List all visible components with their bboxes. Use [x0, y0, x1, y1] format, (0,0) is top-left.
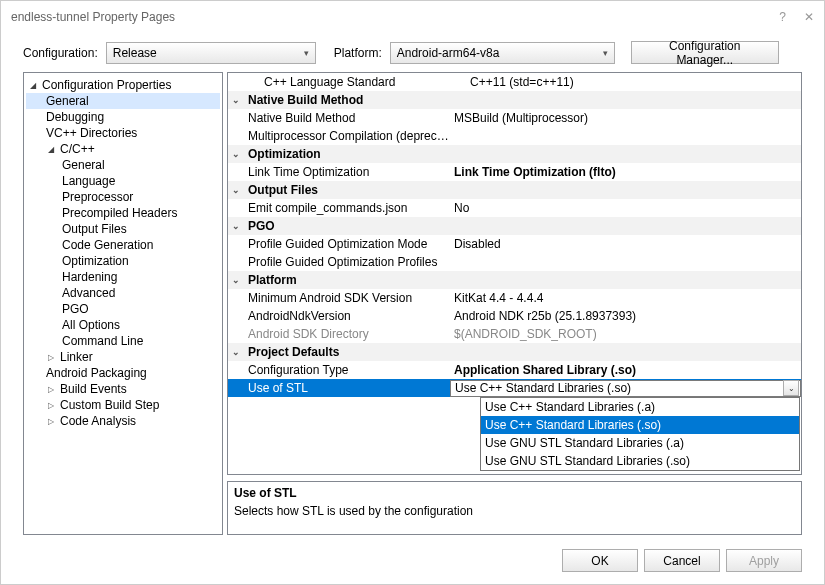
platform-value: Android-arm64-v8a — [397, 46, 500, 60]
tree-general[interactable]: General — [26, 93, 220, 109]
grid-row[interactable]: Emit compile_commands.jsonNo — [228, 199, 801, 217]
grid-row[interactable]: Profile Guided Optimization Profiles — [228, 253, 801, 271]
tree-panel[interactable]: Configuration Properties General Debuggi… — [23, 72, 223, 535]
titlebar-controls: ? ✕ — [779, 10, 814, 24]
grid-row[interactable]: AndroidNdkVersionAndroid NDK r25b (25.1.… — [228, 307, 801, 325]
tree-vcdirs[interactable]: VC++ Directories — [26, 125, 220, 141]
tree-ccpp-preprocessor[interactable]: Preprocessor — [26, 189, 220, 205]
grid-row-use-of-stl[interactable]: Use of STL Use C++ Standard Libraries (.… — [228, 379, 801, 397]
dropdown-item[interactable]: Use GNU STL Standard Libraries (.so) — [481, 452, 799, 470]
grid-row[interactable]: Link Time OptimizationLink Time Optimiza… — [228, 163, 801, 181]
tree-ccpp-advanced[interactable]: Advanced — [26, 285, 220, 301]
grid-group[interactable]: ⌄Optimization — [228, 145, 801, 163]
expand-icon[interactable] — [44, 417, 58, 426]
collapse-icon[interactable]: ⌄ — [228, 275, 244, 285]
cancel-button[interactable]: Cancel — [644, 549, 720, 572]
platform-select[interactable]: Android-arm64-v8a ▾ — [390, 42, 615, 64]
grid-row[interactable]: Profile Guided Optimization ModeDisabled — [228, 235, 801, 253]
toolbar: Configuration: Release ▾ Platform: Andro… — [1, 33, 824, 72]
dropdown-item[interactable]: Use C++ Standard Libraries (.so) — [481, 416, 799, 434]
grid-group[interactable]: ⌄Output Files — [228, 181, 801, 199]
collapse-icon[interactable]: ⌄ — [228, 185, 244, 195]
tree-ccpp-cmdline[interactable]: Command Line — [26, 333, 220, 349]
dropdown-item[interactable]: Use C++ Standard Libraries (.a) — [481, 398, 799, 416]
collapse-icon[interactable]: ⌄ — [228, 221, 244, 231]
dialog-buttons: OK Cancel Apply — [1, 543, 824, 584]
description-text: Selects how STL is used by the configura… — [234, 504, 795, 518]
collapse-icon[interactable]: ⌄ — [228, 149, 244, 159]
grid-group[interactable]: ⌄Native Build Method — [228, 91, 801, 109]
help-icon[interactable]: ? — [779, 10, 786, 24]
grid-row[interactable]: Minimum Android SDK VersionKitKat 4.4 - … — [228, 289, 801, 307]
collapse-icon[interactable]: ⌄ — [228, 347, 244, 357]
stl-dropdown[interactable]: Use C++ Standard Libraries (.a) Use C++ … — [480, 397, 800, 471]
tree-android-packaging[interactable]: Android Packaging — [26, 365, 220, 381]
expand-icon[interactable] — [44, 401, 58, 410]
apply-button[interactable]: Apply — [726, 549, 802, 572]
tree-ccpp-hardening[interactable]: Hardening — [26, 269, 220, 285]
chevron-down-icon: ▾ — [603, 48, 608, 58]
tree-ccpp-output[interactable]: Output Files — [26, 221, 220, 237]
grid-row[interactable]: C++ Language StandardC++11 (std=c++11) — [228, 73, 801, 91]
grid-row[interactable]: Android SDK Directory$(ANDROID_SDK_ROOT) — [228, 325, 801, 343]
right-panel: C++ Language StandardC++11 (std=c++11) ⌄… — [227, 72, 802, 535]
tree-debugging[interactable]: Debugging — [26, 109, 220, 125]
description-panel: Use of STL Selects how STL is used by th… — [227, 481, 802, 535]
tree-build-events[interactable]: Build Events — [26, 381, 220, 397]
grid-row[interactable]: Native Build MethodMSBuild (Multiprocess… — [228, 109, 801, 127]
dropdown-button[interactable]: ⌄ — [783, 380, 799, 396]
expand-icon[interactable] — [44, 145, 58, 154]
grid-group[interactable]: ⌄Platform — [228, 271, 801, 289]
configuration-value: Release — [113, 46, 157, 60]
tree-ccpp-pgo[interactable]: PGO — [26, 301, 220, 317]
tree-ccpp[interactable]: C/C++ — [26, 141, 220, 157]
configuration-label: Configuration: — [23, 46, 98, 60]
tree-code-analysis[interactable]: Code Analysis — [26, 413, 220, 429]
description-title: Use of STL — [234, 486, 795, 500]
expand-icon[interactable] — [44, 353, 58, 362]
tree-ccpp-general[interactable]: General — [26, 157, 220, 173]
window-title: endless-tunnel Property Pages — [11, 10, 779, 24]
grid-row[interactable]: Multiprocessor Compilation (deprecated) — [228, 127, 801, 145]
configuration-manager-button[interactable]: Configuration Manager... — [631, 41, 779, 64]
tree-ccpp-language[interactable]: Language — [26, 173, 220, 189]
tree-ccpp-alloptions[interactable]: All Options — [26, 317, 220, 333]
tree-custom-build[interactable]: Custom Build Step — [26, 397, 220, 413]
expand-icon[interactable] — [26, 81, 40, 90]
titlebar: endless-tunnel Property Pages ? ✕ — [1, 1, 824, 33]
grid-row[interactable]: Configuration TypeApplication Shared Lib… — [228, 361, 801, 379]
expand-icon[interactable] — [44, 385, 58, 394]
property-grid[interactable]: C++ Language StandardC++11 (std=c++11) ⌄… — [227, 72, 802, 475]
tree-linker[interactable]: Linker — [26, 349, 220, 365]
tree-root[interactable]: Configuration Properties — [26, 77, 220, 93]
ok-button[interactable]: OK — [562, 549, 638, 572]
chevron-down-icon: ▾ — [304, 48, 309, 58]
grid-group[interactable]: ⌄Project Defaults — [228, 343, 801, 361]
close-icon[interactable]: ✕ — [804, 10, 814, 24]
dropdown-item[interactable]: Use GNU STL Standard Libraries (.a) — [481, 434, 799, 452]
tree-ccpp-precompiled[interactable]: Precompiled Headers — [26, 205, 220, 221]
grid-group[interactable]: ⌄PGO — [228, 217, 801, 235]
platform-label: Platform: — [334, 46, 382, 60]
main-area: Configuration Properties General Debuggi… — [1, 72, 824, 543]
collapse-icon[interactable]: ⌄ — [228, 95, 244, 105]
property-pages-window: endless-tunnel Property Pages ? ✕ Config… — [0, 0, 825, 585]
configuration-select[interactable]: Release ▾ — [106, 42, 316, 64]
tree-ccpp-codegen[interactable]: Code Generation — [26, 237, 220, 253]
tree-ccpp-optimization[interactable]: Optimization — [26, 253, 220, 269]
